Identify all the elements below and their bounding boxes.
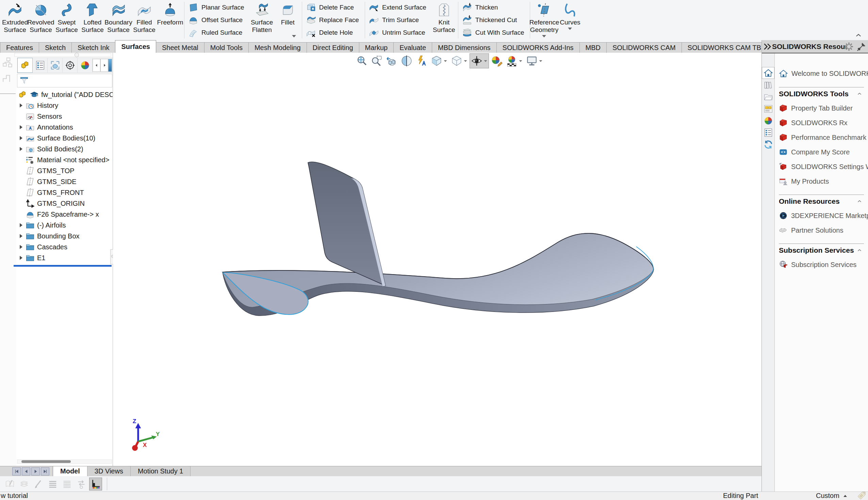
tag-icon[interactable] xyxy=(857,491,866,500)
tab-next-button[interactable] xyxy=(31,467,40,476)
expand-arrow-icon[interactable] xyxy=(20,136,22,140)
compare-doc-button[interactable] xyxy=(75,478,88,490)
revolved-surface-button[interactable]: Revolved Surface xyxy=(28,0,54,40)
edit-appearance-button[interactable] xyxy=(489,54,504,68)
tree-item-e1[interactable]: E1 xyxy=(16,252,113,263)
expand-arrow-icon[interactable] xyxy=(20,125,22,129)
fm-nav-right-button[interactable] xyxy=(100,59,108,72)
fm-tab-featuremanager-icon[interactable] xyxy=(18,58,33,73)
untrim-surface-button[interactable]: Untrim Surface xyxy=(369,27,426,38)
expand-arrow-icon[interactable] xyxy=(20,223,22,227)
link-compare-my-score[interactable]: Compare My Score xyxy=(779,148,864,157)
fm-tab-displaymanager-icon[interactable] xyxy=(78,58,92,72)
fm-tab-configurationmanager-icon[interactable] xyxy=(48,58,63,72)
reference-geometry-button[interactable]: Reference Geometry xyxy=(531,0,557,40)
display-style-button[interactable] xyxy=(450,54,469,68)
table-button[interactable] xyxy=(60,478,74,490)
model-tab-3d-views[interactable]: 3D Views xyxy=(88,466,131,476)
dropdown-arrow-icon[interactable] xyxy=(542,35,546,37)
tab-markup[interactable]: Markup xyxy=(359,42,394,53)
tab-mbd[interactable]: MBD xyxy=(579,42,607,53)
task-tab-file-explorer-icon[interactable] xyxy=(762,91,775,103)
pen-button[interactable] xyxy=(32,478,45,490)
panel-grip-knob[interactable] xyxy=(75,53,79,57)
zoom-area-button[interactable] xyxy=(370,54,384,68)
lofted-surface-button[interactable]: Lofted Surface xyxy=(80,0,105,40)
gear-icon[interactable] xyxy=(844,41,854,52)
tab-mold-tools[interactable]: Mold Tools xyxy=(204,42,249,53)
section-view-button[interactable] xyxy=(399,54,414,68)
model-tab-motion-study-1[interactable]: Motion Study 1 xyxy=(131,466,191,476)
tab-prev-button[interactable] xyxy=(22,467,30,476)
tree-item-bounding-box[interactable]: Bounding Box xyxy=(16,231,113,241)
tab-solidworks-cam-tbm[interactable]: SOLIDWORKS CAM TBM xyxy=(681,42,773,53)
expand-arrow-icon[interactable] xyxy=(20,245,22,249)
tab-solidworks-add-ins[interactable]: SOLIDWORKS Add-Ins xyxy=(496,42,580,53)
dropdown-arrow-icon[interactable] xyxy=(444,60,447,61)
expand-arrow-icon[interactable] xyxy=(20,147,22,151)
model-tab-model[interactable]: Model xyxy=(53,466,88,476)
units-selector[interactable]: Custom xyxy=(816,492,847,500)
dropdown-arrow-icon[interactable] xyxy=(464,60,467,61)
tree-item-gtms-side[interactable]: GTMS_SIDE xyxy=(16,176,113,187)
extend-surface-button[interactable]: Extend Surface xyxy=(369,2,426,13)
filled-surface-button[interactable]: Filled Surface xyxy=(131,0,157,40)
offset-surface-button[interactable]: Offset Surface xyxy=(188,14,244,26)
task-tab-home-icon[interactable] xyxy=(762,67,775,79)
section-header[interactable]: Online Resources xyxy=(779,197,864,205)
tab-sheet-metal[interactable]: Sheet Metal xyxy=(156,42,204,53)
section-header[interactable]: SOLIDWORKS Tools xyxy=(779,90,864,98)
tree-item-surface-bodies-10[interactable]: Surface Bodies(10) xyxy=(16,133,113,144)
tree-item-f26-spaceframe-x[interactable]: F26 Spaceframe-> x xyxy=(16,209,113,220)
freeform-button[interactable]: Freeform xyxy=(157,0,183,40)
tree-item-fw-tutorial-add-descrip[interactable]: fw_tutorial ("ADD DESCRIP xyxy=(16,89,113,100)
link-performance-benchmark-test[interactable]: Performance Benchmark Test xyxy=(779,133,864,142)
expand-arrow-icon[interactable] xyxy=(20,234,22,238)
tab-mesh-modeling[interactable]: Mesh Modeling xyxy=(248,42,307,53)
tab-features[interactable]: Features xyxy=(0,42,39,53)
hierarchy-flyout-icon[interactable] xyxy=(2,57,14,68)
surface-flatten-button[interactable]: Surface Flatten xyxy=(249,0,275,40)
tab-solidworks-cam[interactable]: SOLIDWORKS CAM xyxy=(606,42,682,53)
fm-tab-propertymanager-icon[interactable] xyxy=(33,58,48,72)
dropdown-arrow-icon[interactable] xyxy=(292,35,296,37)
task-tab-design-library-icon[interactable] xyxy=(762,79,775,91)
profile-flyout-icon[interactable] xyxy=(2,72,14,84)
dropdown-arrow-icon[interactable] xyxy=(519,60,522,61)
tab-sketch-ink[interactable]: Sketch Ink xyxy=(71,42,115,53)
dropdown-arrow-icon[interactable] xyxy=(484,60,487,61)
trim-surface-button[interactable]: Trim Surface xyxy=(369,14,426,26)
link-my-products[interactable]: My Products xyxy=(779,177,864,186)
chart-button[interactable] xyxy=(89,478,102,490)
tree-item-gtms-origin[interactable]: GTMS_ORIGIN xyxy=(16,198,113,209)
tree-item-material-not-specified[interactable]: Material <not specified> xyxy=(16,155,113,165)
link-solidworks-rx[interactable]: SOLIDWORKS Rx xyxy=(779,118,864,127)
tree-horizontal-scrollbar[interactable] xyxy=(17,459,112,464)
tab-direct-editing[interactable]: Direct Editing xyxy=(307,42,359,53)
task-tab-custom-properties-icon[interactable] xyxy=(762,126,775,138)
note-button[interactable] xyxy=(3,478,16,490)
link-subscription-services[interactable]: Subscription Services xyxy=(779,260,864,269)
task-tab-forum-icon[interactable] xyxy=(762,138,775,150)
tab-last-button[interactable] xyxy=(41,467,49,476)
view-settings-button[interactable] xyxy=(525,54,544,68)
swept-surface-button[interactable]: Swept Surface xyxy=(54,0,80,40)
planar-surface-button[interactable]: Planar Surface xyxy=(188,2,244,13)
tree-item-gtms-front[interactable]: GTMS_FRONT xyxy=(16,187,113,198)
knit-surface-button[interactable]: Knit Surface xyxy=(431,0,457,40)
tab-first-button[interactable] xyxy=(12,467,21,476)
tree-item-airfoils[interactable]: (-) Airfoils xyxy=(16,220,113,231)
lines-button[interactable] xyxy=(46,478,59,490)
delete-face-button[interactable]: Delete Face xyxy=(306,2,359,13)
zoom-fit-button[interactable] xyxy=(354,54,369,68)
dropdown-arrow-icon[interactable] xyxy=(568,27,572,30)
extruded-surface-button[interactable]: Extruded Surface xyxy=(2,0,28,40)
tree-filter-box[interactable] xyxy=(17,74,112,88)
link-property-tab-builder[interactable]: Property Tab Builder xyxy=(779,104,864,113)
previous-view-button[interactable] xyxy=(384,54,399,68)
tab-surfaces[interactable]: Surfaces xyxy=(115,40,156,53)
link-partner-solutions[interactable]: Partner Solutions xyxy=(779,226,864,235)
curves-button[interactable]: Curves xyxy=(557,0,583,40)
tab-sketch[interactable]: Sketch xyxy=(39,42,72,53)
expand-panel-icon[interactable] xyxy=(763,42,772,51)
